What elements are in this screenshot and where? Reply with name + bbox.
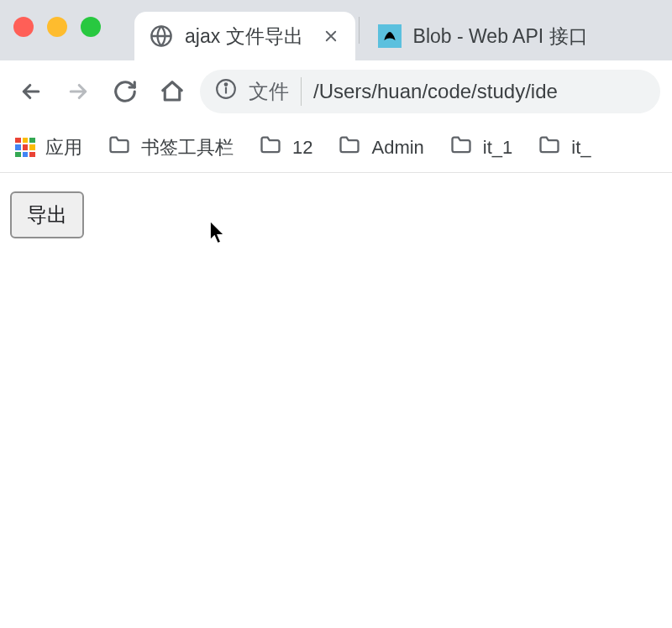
folder-icon — [338, 133, 361, 162]
bookmark-folder[interactable]: 12 — [259, 133, 312, 162]
svg-point-3 — [225, 83, 228, 86]
address-path: /Users/huan/code/study/ide — [313, 80, 558, 103]
folder-icon — [108, 133, 131, 162]
maximize-window-button[interactable] — [81, 17, 101, 37]
bookmark-folder[interactable]: it_ — [538, 133, 591, 162]
apps-label: 应用 — [45, 135, 82, 160]
bookmark-label: Admin — [371, 137, 423, 159]
bookmark-label: it_1 — [483, 137, 512, 159]
bookmark-label: it_ — [571, 137, 591, 159]
bookmark-folder[interactable]: Admin — [338, 133, 423, 162]
folder-icon — [538, 133, 561, 162]
address-kind-label: 文件 — [249, 78, 289, 105]
address-bar[interactable]: 文件 /Users/huan/code/study/ide — [200, 70, 660, 113]
folder-icon — [259, 133, 282, 162]
bookmarks-bar: 应用 书签工具栏 12 Admin it_1 it_ — [0, 123, 672, 173]
tab-title: Blob - Web API 接口 — [413, 24, 588, 50]
tab-strip: ajax 文件导出 Blob - Web API 接口 — [0, 0, 672, 60]
apps-icon — [15, 138, 35, 158]
toolbar: 文件 /Users/huan/code/study/ide — [0, 60, 672, 123]
page-content: 导出 — [0, 173, 672, 628]
address-divider — [301, 77, 302, 106]
window-controls — [13, 17, 101, 37]
bookmark-folder[interactable]: 书签工具栏 — [108, 133, 234, 162]
tab-active[interactable]: ajax 文件导出 — [134, 12, 355, 60]
bookmark-folder[interactable]: it_1 — [449, 133, 512, 162]
bookmark-label: 12 — [292, 137, 312, 159]
bookmark-label: 书签工具栏 — [141, 135, 234, 160]
tab-separator — [359, 17, 360, 44]
globe-icon — [150, 24, 173, 48]
apps-shortcut[interactable]: 应用 — [15, 135, 82, 160]
cursor-icon — [208, 220, 227, 249]
forward-button[interactable] — [59, 72, 97, 111]
tab-background[interactable]: Blob - Web API 接口 — [363, 12, 603, 60]
folder-icon — [449, 133, 473, 162]
home-button[interactable] — [153, 72, 192, 111]
back-button[interactable] — [12, 72, 50, 111]
export-button[interactable]: 导出 — [10, 191, 84, 238]
close-window-button[interactable] — [13, 17, 34, 37]
reload-button[interactable] — [106, 72, 144, 111]
close-tab-button[interactable] — [322, 27, 340, 45]
minimize-window-button[interactable] — [47, 17, 67, 37]
mdn-icon — [378, 24, 402, 48]
tab-title: ajax 文件导出 — [185, 24, 303, 50]
info-icon[interactable] — [215, 78, 237, 105]
